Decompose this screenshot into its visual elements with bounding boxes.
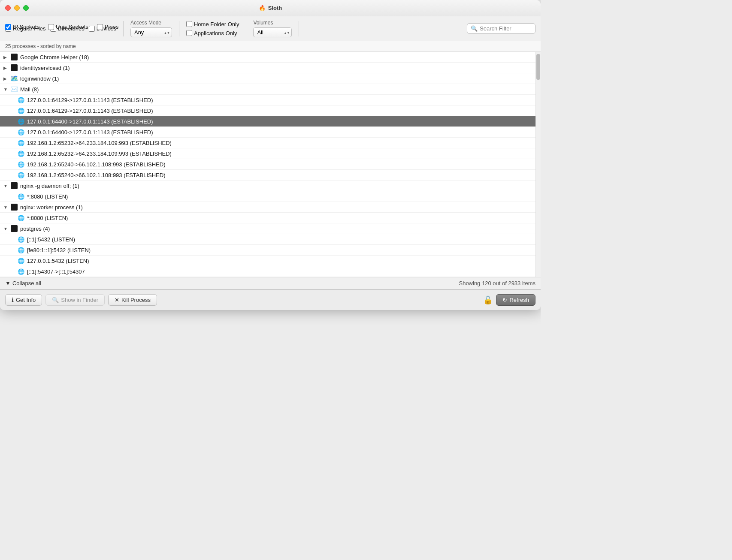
expand-arrow-postgres: ▼ bbox=[3, 226, 9, 231]
file-row-mail-1[interactable]: 🌐 127.0.0.1:64129->127.0.0.1:1143 (ESTAB… bbox=[0, 95, 541, 105]
file-icon-postgres-1: 🌐 bbox=[17, 235, 25, 243]
maximize-button[interactable] bbox=[23, 5, 29, 11]
pipes-checkbox[interactable]: Pipes bbox=[97, 24, 119, 30]
bottom-bar: ℹ Get Info 🔍 Show in Finder ✕ Kill Proce… bbox=[0, 289, 541, 310]
file-row-nginx2-1[interactable]: 🌐 *:8080 (LISTEN) bbox=[0, 213, 541, 223]
titlebar: 🔥 Sloth bbox=[0, 0, 541, 16]
applications-only-input[interactable] bbox=[186, 30, 192, 36]
applications-only-checkbox[interactable]: Applications Only bbox=[186, 30, 237, 36]
process-row-nginx2[interactable]: ▼ nginx: worker process (1) bbox=[0, 202, 541, 213]
file-row-mail-4[interactable]: 🌐 127.0.0.1:64400->127.0.0.1:1143 (ESTAB… bbox=[0, 127, 541, 138]
file-label-postgres-1: [::1]:5432 (LISTEN) bbox=[27, 236, 537, 243]
close-button[interactable] bbox=[5, 5, 11, 11]
search-box[interactable]: 🔍 bbox=[467, 23, 535, 34]
file-icon-mail-8: 🌐 bbox=[17, 171, 25, 179]
file-row-postgres-4[interactable]: 🌐 [::1]:54307->[::1]:54307 bbox=[0, 266, 541, 277]
process-row-chrome[interactable]: ▶ Google Chrome Helper (18) bbox=[0, 52, 541, 63]
volumes-select-wrapper: All bbox=[253, 27, 292, 37]
process-label-identity: identityservicesd (1) bbox=[20, 65, 537, 71]
file-icon-mail-4: 🌐 bbox=[17, 128, 25, 136]
applications-only-label: Applications Only bbox=[194, 30, 237, 36]
process-icon-nginx2 bbox=[10, 203, 18, 211]
kill-icon: ✕ bbox=[115, 297, 119, 303]
file-row-nginx1-1[interactable]: 🌐 *:8080 (LISTEN) bbox=[0, 191, 541, 202]
access-mode-label: Access Mode bbox=[130, 20, 172, 26]
window-title: 🔥 Sloth bbox=[259, 5, 282, 11]
file-row-mail-5[interactable]: 🌐 192.168.1.2:65232->64.233.184.109:993 … bbox=[0, 138, 541, 148]
process-label-chrome: Google Chrome Helper (18) bbox=[20, 54, 537, 60]
file-label-mail-2: 127.0.0.1:64129->127.0.0.1:1143 (ESTABLI… bbox=[27, 108, 537, 114]
home-folder-input[interactable] bbox=[186, 21, 192, 27]
file-label-mail-6: 192.168.1.2:65232->64.233.184.109:993 (E… bbox=[27, 151, 537, 157]
volumes-group: Volumes All bbox=[253, 20, 292, 37]
action-buttons: ℹ Get Info 🔍 Show in Finder ✕ Kill Proce… bbox=[5, 294, 157, 306]
file-label-nginx2-1: *:8080 (LISTEN) bbox=[27, 215, 537, 221]
file-label-postgres-4: [::1]:54307->[::1]:54307 bbox=[27, 268, 537, 275]
file-row-mail-7[interactable]: 🌐 192.168.1.2:65240->66.102.1.108:993 (E… bbox=[0, 159, 541, 170]
expand-arrow-nginx1: ▼ bbox=[3, 184, 9, 188]
search-input[interactable] bbox=[480, 25, 531, 32]
divider-2 bbox=[179, 21, 179, 36]
file-row-mail-2[interactable]: 🌐 127.0.0.1:64129->127.0.0.1:1143 (ESTAB… bbox=[0, 105, 541, 116]
home-folder-checkbox[interactable]: Home Folder Only bbox=[186, 21, 239, 27]
process-icon-loginwindow: 🗺️ bbox=[10, 75, 18, 82]
toolbar: Regular Files Directories Devices Access… bbox=[0, 16, 541, 41]
file-row-mail-3[interactable]: 🌐 127.0.0.1:64400->127.0.0.1:1143 (ESTAB… bbox=[0, 116, 541, 127]
info-icon: ℹ bbox=[12, 297, 14, 303]
access-mode-select-wrapper: Any Read Write Read/Write bbox=[130, 27, 172, 37]
collapse-label: Collapse all bbox=[12, 280, 41, 286]
ip-sockets-label: IP Sockets bbox=[13, 24, 39, 30]
refresh-button[interactable]: ↻ Refresh bbox=[496, 294, 535, 306]
file-row-postgres-1[interactable]: 🌐 [::1]:5432 (LISTEN) bbox=[0, 234, 541, 245]
file-icon-postgres-2: 🌐 bbox=[17, 246, 25, 254]
pipes-input[interactable] bbox=[97, 24, 103, 30]
file-label-mail-4: 127.0.0.1:64400->127.0.0.1:1143 (ESTABLI… bbox=[27, 129, 537, 135]
process-label-nginx1: nginx -g daemon off; (1) bbox=[20, 183, 537, 189]
folder-filter-group: Home Folder Only Applications Only bbox=[186, 21, 239, 36]
refresh-label: Refresh bbox=[509, 297, 529, 303]
collapse-arrow-icon: ▼ bbox=[5, 280, 11, 286]
file-label-postgres-2: [fe80:1::1]:5432 (LISTEN) bbox=[27, 247, 537, 253]
scrollbar-track[interactable] bbox=[535, 52, 541, 277]
ip-sockets-input[interactable] bbox=[5, 24, 11, 30]
minimize-button[interactable] bbox=[14, 5, 20, 11]
unix-sockets-input[interactable] bbox=[48, 24, 54, 30]
kill-process-button[interactable]: ✕ Kill Process bbox=[108, 294, 157, 306]
process-row-nginx1[interactable]: ▼ nginx -g daemon off; (1) bbox=[0, 181, 541, 191]
file-icon-mail-2: 🌐 bbox=[17, 107, 25, 114]
search-area: 🔍 bbox=[306, 23, 535, 34]
file-row-postgres-3[interactable]: 🌐 127.0.0.1:5432 (LISTEN) bbox=[0, 256, 541, 266]
process-label-loginwindow: loginwindow (1) bbox=[20, 75, 537, 82]
process-list[interactable]: ▶ Google Chrome Helper (18) ▶ identityse… bbox=[0, 52, 541, 277]
file-label-mail-5: 192.168.1.2:65232->64.233.184.109:993 (E… bbox=[27, 140, 537, 146]
lock-icon: 🔓 bbox=[483, 295, 493, 305]
finder-icon: 🔍 bbox=[52, 297, 59, 303]
process-icon-mail: ✉️ bbox=[10, 85, 18, 93]
file-icon-mail-3: 🌐 bbox=[17, 117, 25, 125]
unix-sockets-checkbox[interactable]: Unix Sockets bbox=[48, 24, 88, 30]
file-row-mail-8[interactable]: 🌐 192.168.1.2:65240->66.102.1.108:993 (E… bbox=[0, 170, 541, 181]
file-label-mail-8: 192.168.1.2:65240->66.102.1.108:993 (EST… bbox=[27, 172, 537, 178]
process-row-identity[interactable]: ▶ identityservicesd (1) bbox=[0, 63, 541, 73]
socket-type-filters: IP Sockets Unix Sockets Pipes bbox=[5, 24, 118, 30]
file-row-postgres-2[interactable]: 🌐 [fe80:1::1]:5432 (LISTEN) bbox=[0, 245, 541, 256]
file-icon-postgres-4: 🌐 bbox=[17, 268, 25, 275]
file-label-nginx1-1: *:8080 (LISTEN) bbox=[27, 193, 537, 200]
process-row-loginwindow[interactable]: ▶ 🗺️ loginwindow (1) bbox=[0, 73, 541, 84]
process-label-postgres: postgres (4) bbox=[20, 226, 537, 232]
process-icon-postgres bbox=[10, 225, 18, 232]
show-in-finder-button[interactable]: 🔍 Show in Finder bbox=[45, 294, 105, 306]
get-info-label: Get Info bbox=[16, 297, 36, 303]
access-mode-select[interactable]: Any Read Write Read/Write bbox=[130, 27, 172, 37]
ip-sockets-checkbox[interactable]: IP Sockets bbox=[5, 24, 39, 30]
main-window: 🔥 Sloth Regular Files Directories Device… bbox=[0, 0, 541, 310]
process-count-bar: 25 processes - sorted by name bbox=[0, 41, 541, 52]
get-info-button[interactable]: ℹ Get Info bbox=[5, 294, 42, 306]
process-row-postgres[interactable]: ▼ postgres (4) bbox=[0, 223, 541, 234]
scrollbar-thumb[interactable] bbox=[536, 54, 540, 80]
file-row-mail-6[interactable]: 🌐 192.168.1.2:65232->64.233.184.109:993 … bbox=[0, 148, 541, 159]
process-row-mail[interactable]: ▼ ✉️ Mail (8) bbox=[0, 84, 541, 95]
unix-sockets-label: Unix Sockets bbox=[56, 24, 88, 30]
volumes-select[interactable]: All bbox=[253, 27, 292, 37]
collapse-all-button[interactable]: ▼ Collapse all bbox=[5, 280, 41, 286]
